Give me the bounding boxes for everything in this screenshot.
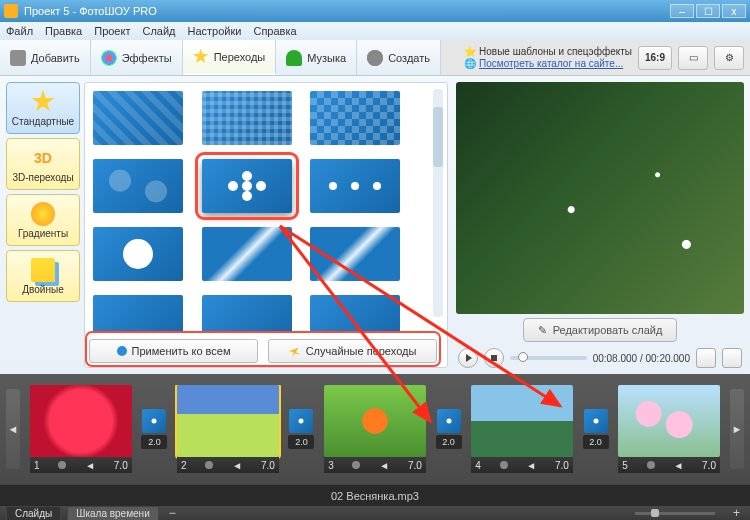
fullscreen-preview-button[interactable] bbox=[722, 348, 742, 368]
transition-thumb[interactable] bbox=[289, 409, 313, 433]
timeline-transition[interactable]: 2.0 bbox=[434, 409, 463, 449]
tab-slides[interactable]: Слайды bbox=[6, 506, 61, 520]
category-standard[interactable]: Стандартные bbox=[6, 82, 80, 134]
clip-thumbnail[interactable] bbox=[30, 385, 132, 457]
clip-number: 3 bbox=[328, 460, 334, 471]
menubar: Файл Правка Проект Слайд Настройки Справ… bbox=[0, 22, 750, 40]
tab-music[interactable]: Музыка bbox=[276, 40, 357, 75]
transport-bar: 00:08.000 / 00:20.000 bbox=[456, 346, 744, 370]
zoom-out-button[interactable]: − bbox=[165, 506, 180, 520]
mic-icon bbox=[500, 461, 508, 469]
clip-duration: 7.0 bbox=[702, 460, 716, 471]
audio-track[interactable]: 02 Веснянка.mp3 bbox=[0, 484, 750, 506]
transition-item[interactable] bbox=[93, 91, 183, 145]
category-gradients[interactable]: Градиенты bbox=[6, 194, 80, 246]
scrollbar-thumb[interactable] bbox=[433, 107, 443, 167]
menu-help[interactable]: Справка bbox=[253, 25, 296, 37]
window-minimize-button[interactable]: – bbox=[670, 4, 694, 18]
menu-edit[interactable]: Правка bbox=[45, 25, 82, 37]
play-button[interactable] bbox=[458, 348, 478, 368]
tab-transitions[interactable]: Переходы bbox=[183, 40, 277, 75]
promo-box: ⭐ Новые шаблоны и спецэффекты 🌐 Посмотре… bbox=[464, 46, 632, 70]
clip-thumbnail[interactable] bbox=[177, 385, 279, 457]
edit-slide-button[interactable]: ✎ Редактировать слайд bbox=[523, 318, 678, 342]
tab-add-label: Добавить bbox=[31, 52, 80, 64]
tab-effects-label: Эффекты bbox=[122, 52, 172, 64]
clip-thumbnail[interactable] bbox=[471, 385, 573, 457]
stop-button[interactable] bbox=[484, 348, 504, 368]
clip-duration: 7.0 bbox=[408, 460, 422, 471]
timeline-clip[interactable]: 1◄7.0 bbox=[30, 385, 132, 473]
mic-icon bbox=[352, 461, 360, 469]
timeline-clip[interactable]: 5◄7.0 bbox=[618, 385, 720, 473]
slider-knob[interactable] bbox=[518, 352, 528, 362]
tab-create[interactable]: Создать bbox=[357, 40, 441, 75]
transition-item[interactable] bbox=[310, 159, 400, 213]
apply-to-all-button[interactable]: Применить ко всем bbox=[89, 339, 258, 363]
timeline-prev-button[interactable]: ◄ bbox=[6, 389, 20, 469]
promo-link[interactable]: Посмотреть каталог на сайте... bbox=[479, 58, 623, 69]
transition-item[interactable] bbox=[202, 227, 292, 281]
transition-item[interactable] bbox=[93, 227, 183, 281]
transition-item[interactable] bbox=[93, 159, 183, 213]
category-3d[interactable]: 3D3D-переходы bbox=[6, 138, 80, 190]
transition-item[interactable] bbox=[202, 295, 292, 331]
random-transitions-button[interactable]: Случайные переходы bbox=[268, 339, 437, 363]
window-titlebar: Проект 5 - ФотоШОУ PRO – ☐ x bbox=[0, 0, 750, 22]
transition-thumb[interactable] bbox=[584, 409, 608, 433]
transition-item[interactable] bbox=[310, 295, 400, 331]
tab-timescale[interactable]: Шкала времени bbox=[67, 506, 158, 520]
menu-slide[interactable]: Слайд bbox=[142, 25, 175, 37]
transition-item[interactable] bbox=[310, 227, 400, 281]
transition-thumb[interactable] bbox=[437, 409, 461, 433]
transition-item-selected[interactable] bbox=[202, 159, 292, 213]
transition-item[interactable] bbox=[310, 91, 400, 145]
mic-icon bbox=[205, 461, 213, 469]
settings-button[interactable]: ⚙ bbox=[714, 46, 744, 70]
transitions-grid bbox=[89, 87, 419, 331]
promo-line1: Новые шаблоны и спецэффекты bbox=[479, 46, 632, 57]
category-standard-label: Стандартные bbox=[12, 116, 74, 127]
main-toolbar: Добавить Эффекты Переходы Музыка Создать… bbox=[0, 40, 750, 76]
timeline-clip-selected[interactable]: 2◄7.0 bbox=[177, 385, 279, 473]
aspect-ratio-button[interactable]: 16:9 bbox=[638, 46, 672, 70]
category-double[interactable]: Двойные bbox=[6, 250, 80, 302]
transition-item[interactable] bbox=[202, 91, 292, 145]
timeline-transition[interactable]: 2.0 bbox=[287, 409, 316, 449]
transition-duration: 2.0 bbox=[583, 435, 609, 449]
tab-add[interactable]: Добавить bbox=[0, 40, 91, 75]
apply-to-all-label: Применить ко всем bbox=[132, 345, 231, 357]
tab-effects[interactable]: Эффекты bbox=[91, 40, 183, 75]
transition-thumb[interactable] bbox=[142, 409, 166, 433]
grid-scrollbar[interactable] bbox=[433, 89, 443, 317]
music-note-icon bbox=[286, 50, 302, 66]
window-title: Проект 5 - ФотоШОУ PRO bbox=[24, 5, 157, 17]
category-double-label: Двойные bbox=[22, 284, 63, 295]
timeline-clip[interactable]: 3◄7.0 bbox=[324, 385, 426, 473]
timeline-next-button[interactable]: ► bbox=[730, 389, 744, 469]
menu-project[interactable]: Проект bbox=[94, 25, 130, 37]
window-maximize-button[interactable]: ☐ bbox=[696, 4, 720, 18]
snapshot-button[interactable] bbox=[696, 348, 716, 368]
gear-icon bbox=[367, 50, 383, 66]
tab-create-label: Создать bbox=[388, 52, 430, 64]
random-transitions-label: Случайные переходы bbox=[306, 345, 417, 357]
timeline-transition[interactable]: 2.0 bbox=[140, 409, 169, 449]
window-close-button[interactable]: x bbox=[722, 4, 746, 18]
menu-file[interactable]: Файл bbox=[6, 25, 33, 37]
fullscreen-button[interactable]: ▭ bbox=[678, 46, 708, 70]
bottom-tabs: Слайды Шкала времени − + bbox=[0, 506, 750, 520]
playback-slider[interactable] bbox=[510, 356, 587, 360]
camera-icon bbox=[10, 50, 26, 66]
clip-number: 5 bbox=[622, 460, 628, 471]
clip-thumbnail[interactable] bbox=[618, 385, 720, 457]
menu-settings[interactable]: Настройки bbox=[188, 25, 242, 37]
timeline-clip[interactable]: 4◄7.0 bbox=[471, 385, 573, 473]
timeline-transition[interactable]: 2.0 bbox=[581, 409, 610, 449]
mic-icon bbox=[58, 461, 66, 469]
clip-thumbnail[interactable] bbox=[324, 385, 426, 457]
zoom-in-button[interactable]: + bbox=[729, 506, 744, 520]
zoom-slider[interactable] bbox=[635, 512, 715, 515]
transition-item[interactable] bbox=[93, 295, 183, 331]
zoom-knob[interactable] bbox=[651, 509, 659, 517]
